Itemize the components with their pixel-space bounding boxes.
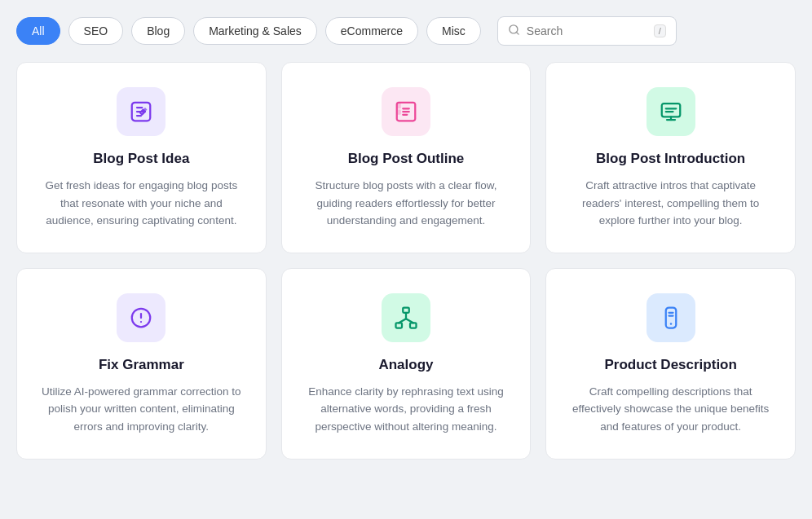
card-title-blog-post-idea: Blog Post Idea (93, 151, 189, 167)
card-blog-post-outline[interactable]: Blog Post Outline Structure blog posts w… (281, 62, 532, 253)
svg-rect-9 (661, 103, 680, 117)
card-desc-blog-post-introduction: Craft attractive intros that captivate r… (569, 177, 772, 230)
svg-line-19 (399, 319, 406, 323)
filter-btn-ecommerce[interactable]: eCommerce (325, 17, 418, 45)
card-analogy[interactable]: Analogy Enhance clarity by rephrasing te… (281, 268, 532, 460)
card-blog-post-introduction[interactable]: Blog Post Introduction Craft attractive … (545, 62, 796, 253)
card-icon-blog-post-outline (382, 87, 430, 136)
filter-btn-marketing---sales[interactable]: Marketing & Sales (193, 17, 317, 45)
card-title-product-description: Product Description (604, 357, 736, 373)
card-blog-post-idea[interactable]: Blog Post Idea Get fresh ideas for engag… (16, 62, 267, 253)
svg-rect-8 (397, 110, 401, 115)
card-title-blog-post-introduction: Blog Post Introduction (596, 151, 745, 167)
cards-grid: Blog Post Idea Get fresh ideas for engag… (16, 62, 796, 460)
card-title-blog-post-outline: Blog Post Outline (348, 151, 465, 167)
card-product-description[interactable]: Product Description Craft compelling des… (545, 268, 796, 460)
search-shortcut: / (654, 24, 666, 37)
card-desc-blog-post-outline: Structure blog posts with a clear flow, … (305, 177, 508, 230)
svg-point-24 (669, 323, 672, 325)
card-icon-blog-post-introduction (647, 87, 695, 136)
filter-btn-all[interactable]: All (16, 17, 60, 45)
filter-btn-seo[interactable]: SEO (68, 17, 124, 45)
card-icon-fix-grammar (117, 293, 165, 342)
search-input[interactable] (527, 24, 647, 37)
card-desc-product-description: Craft compelling descriptions that effec… (569, 383, 772, 436)
card-desc-analogy: Enhance clarity by rephrasing text using… (305, 383, 508, 436)
card-desc-fix-grammar: Utilize AI-powered grammar correction to… (40, 383, 243, 436)
filter-btn-blog[interactable]: Blog (131, 17, 185, 45)
filter-btn-misc[interactable]: Misc (426, 17, 481, 45)
svg-line-1 (516, 32, 519, 34)
card-title-analogy: Analogy (378, 357, 433, 373)
search-box: / (497, 16, 677, 46)
card-icon-product-description (647, 293, 695, 342)
svg-rect-7 (397, 103, 401, 109)
search-icon (508, 24, 520, 38)
svg-line-20 (406, 319, 413, 323)
card-desc-blog-post-idea: Get fresh ideas for engaging blog posts … (40, 177, 243, 230)
filter-bar: AllSEOBlogMarketing & SaleseCommerceMisc… (16, 16, 796, 46)
card-fix-grammar[interactable]: Fix Grammar Utilize AI-powered grammar c… (16, 268, 267, 460)
card-icon-analogy (382, 293, 430, 342)
card-title-fix-grammar: Fix Grammar (99, 357, 184, 373)
card-icon-blog-post-idea (117, 87, 165, 136)
